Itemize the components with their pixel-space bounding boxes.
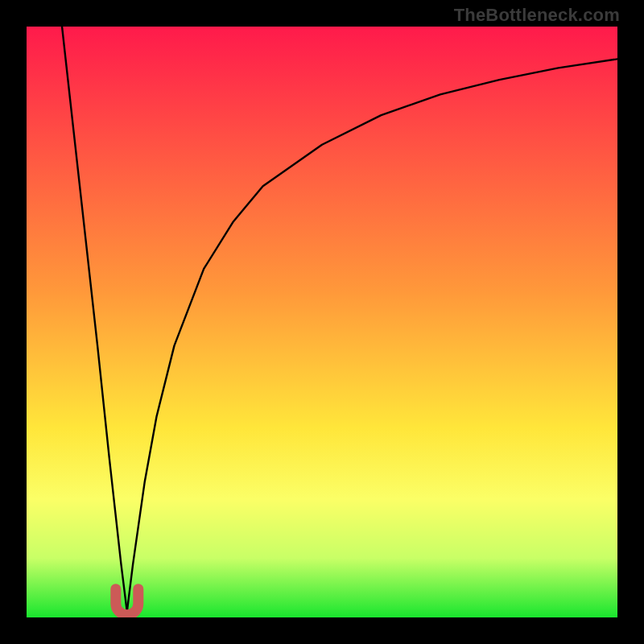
watermark-text: TheBottleneck.com [454, 5, 620, 26]
plot-area [27, 27, 617, 617]
chart-frame: TheBottleneck.com [0, 0, 644, 644]
chart-svg [27, 27, 617, 617]
gradient-background [27, 27, 617, 617]
